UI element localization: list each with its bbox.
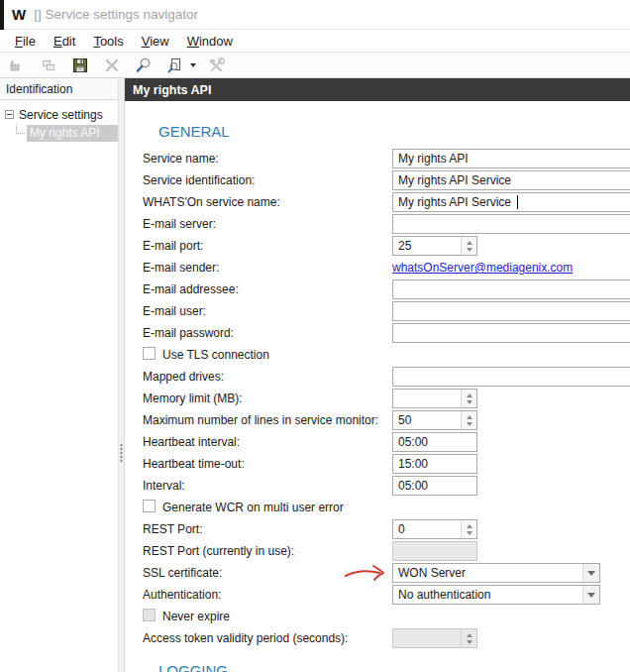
general-form: Service name: My rights API Service iden… <box>125 148 630 649</box>
tools-icon[interactable] <box>206 56 228 75</box>
field-row-email-sender: E-mail sender: whatsOnServer@mediagenix.… <box>125 257 630 279</box>
spin-down-icon <box>467 531 472 535</box>
spin-down-icon <box>467 248 472 252</box>
panel-title: My rights API <box>125 78 630 101</box>
field-row-authentication: Authentication: No authentication <box>125 584 630 606</box>
field-row-email-password: E-mail password: <box>125 322 630 344</box>
text-cursor <box>517 195 518 209</box>
window-title: [] Service settings navigator <box>34 7 198 22</box>
tree-collapse-icon[interactable] <box>5 110 14 119</box>
spin-up-icon <box>467 393 472 397</box>
field-row-ssl-certificate: SSL certificate: WON Server <box>125 562 630 584</box>
max-lines-input[interactable]: 50 <box>392 410 477 430</box>
section-general: GENERAL <box>158 123 630 141</box>
service-tree: Service settings My rights API <box>0 100 118 143</box>
heartbeat-interval-input[interactable]: 05:00 <box>392 432 477 452</box>
access-token-validity-input <box>392 628 477 648</box>
field-row-access-token-validity: Access token validity period (seconds): <box>125 627 630 649</box>
ssl-certificate-select[interactable]: WON Server <box>392 563 600 583</box>
red-arrow-annotation <box>343 563 388 583</box>
spinner-buttons[interactable] <box>461 237 476 255</box>
sidebar-header: Identification <box>0 78 118 100</box>
search-icon[interactable] <box>133 56 155 75</box>
toolbar <box>0 53 630 78</box>
field-row-service-name: Service name: My rights API <box>125 148 630 169</box>
window-edge-strip <box>0 0 4 30</box>
field-row-never-expire: Never expire <box>125 606 630 627</box>
field-row-interval: Interval: 05:00 <box>125 475 630 497</box>
authentication-select[interactable]: No authentication <box>392 585 600 605</box>
field-row-service-identification: Service identification: My rights API Se… <box>125 169 630 191</box>
rest-port-in-use-input <box>392 541 477 561</box>
field-row-rest-port: REST Port: 0 <box>125 518 630 540</box>
spinner-buttons[interactable] <box>461 390 476 407</box>
field-row-rest-port-in-use: REST Port (currently in use): <box>125 540 630 562</box>
spinner-buttons <box>461 629 476 647</box>
generate-wcr-checkbox[interactable] <box>143 500 156 512</box>
spinner-buttons[interactable] <box>461 411 476 429</box>
field-row-heartbeat-interval: Heartbeat interval: 05:00 <box>125 431 630 453</box>
title-bar: W [] Service settings navigator <box>0 0 630 30</box>
menu-tools[interactable]: Tools <box>84 32 132 51</box>
field-row-whatson-service-name: WHATS'On service name: My rights API Ser… <box>125 191 630 213</box>
menu-view[interactable]: View <box>133 32 178 51</box>
factory-icon[interactable] <box>6 56 28 75</box>
spin-up-icon <box>467 524 472 528</box>
field-row-email-user: E-mail user: <box>125 300 630 322</box>
tree-item-my-rights-api[interactable]: My rights API <box>0 124 118 143</box>
field-row-mapped-drives: Mapped drives: <box>125 366 630 388</box>
copy-boxes-icon[interactable] <box>38 56 59 75</box>
app-logo-icon: W <box>12 6 25 23</box>
service-settings-navigator-window: W [] Service settings navigator File Edi… <box>0 0 630 672</box>
save-icon[interactable] <box>69 56 91 75</box>
menu-window[interactable]: Window <box>178 32 242 51</box>
spin-up-icon <box>467 241 472 245</box>
settings-panel: My rights API GENERAL Service name: My r… <box>125 78 630 672</box>
email-sender-link[interactable]: whatsOnServer@mediagenix.com <box>392 261 573 275</box>
menu-edit[interactable]: Edit <box>45 32 84 51</box>
use-tls-checkbox[interactable] <box>143 347 156 360</box>
email-port-input[interactable]: 25 <box>392 236 477 256</box>
email-user-input[interactable] <box>392 301 630 321</box>
rest-port-input[interactable]: 0 <box>392 519 477 539</box>
menu-bar: File Edit Tools View Window <box>0 30 630 53</box>
field-row-max-lines: Maximum number of lines in service monit… <box>125 409 630 431</box>
search-document-icon[interactable] <box>164 56 186 75</box>
spin-up-icon <box>467 633 472 637</box>
field-row-use-tls: Use TLS connection <box>125 344 630 366</box>
field-row-generate-wcr: Generate WCR on multi user error <box>125 497 630 518</box>
identification-sidebar: Identification Service settings My right… <box>0 78 118 672</box>
service-identification-input[interactable]: My rights API Service <box>392 170 630 190</box>
service-name-input[interactable]: My rights API <box>392 149 630 168</box>
splitter-grip-icon[interactable] <box>120 443 123 463</box>
dropdown-arrow-icon[interactable] <box>582 586 599 604</box>
never-expire-checkbox <box>143 609 156 621</box>
menu-file[interactable]: File <box>6 32 45 51</box>
field-row-email-port: E-mail port: 25 <box>125 235 630 257</box>
tree-item-service-settings[interactable]: Service settings <box>0 105 118 124</box>
mapped-drives-input[interactable] <box>392 367 630 387</box>
spin-down-icon <box>467 640 472 644</box>
spinner-buttons[interactable] <box>461 520 476 538</box>
email-password-input[interactable] <box>392 323 630 343</box>
field-row-heartbeat-timeout: Heartbeat time-out: 15:00 <box>125 453 630 475</box>
spin-down-icon <box>467 400 472 404</box>
field-row-email-server: E-mail server: <box>125 213 630 235</box>
email-addressee-input[interactable] <box>392 280 630 299</box>
memory-limit-input[interactable] <box>392 389 477 408</box>
dropdown-arrow-icon[interactable] <box>582 564 599 582</box>
delete-x-icon[interactable] <box>101 56 123 75</box>
whatson-service-name-input[interactable]: My rights API Service <box>392 192 630 212</box>
panel-splitter[interactable] <box>118 78 125 672</box>
heartbeat-timeout-input[interactable]: 15:00 <box>392 454 477 474</box>
interval-input[interactable]: 05:00 <box>392 476 477 496</box>
spin-up-icon <box>467 415 472 419</box>
spin-down-icon <box>467 422 472 426</box>
section-logging: LOGGING <box>158 662 630 672</box>
field-row-memory-limit: Memory limit (MB): <box>125 388 630 409</box>
email-server-input[interactable] <box>392 214 630 234</box>
selected-tree-item[interactable]: My rights API <box>27 125 118 142</box>
search-document-dropdown-icon[interactable] <box>190 63 196 67</box>
field-row-email-addressee: E-mail addressee: <box>125 279 630 300</box>
tree-connector-icon <box>16 125 25 134</box>
